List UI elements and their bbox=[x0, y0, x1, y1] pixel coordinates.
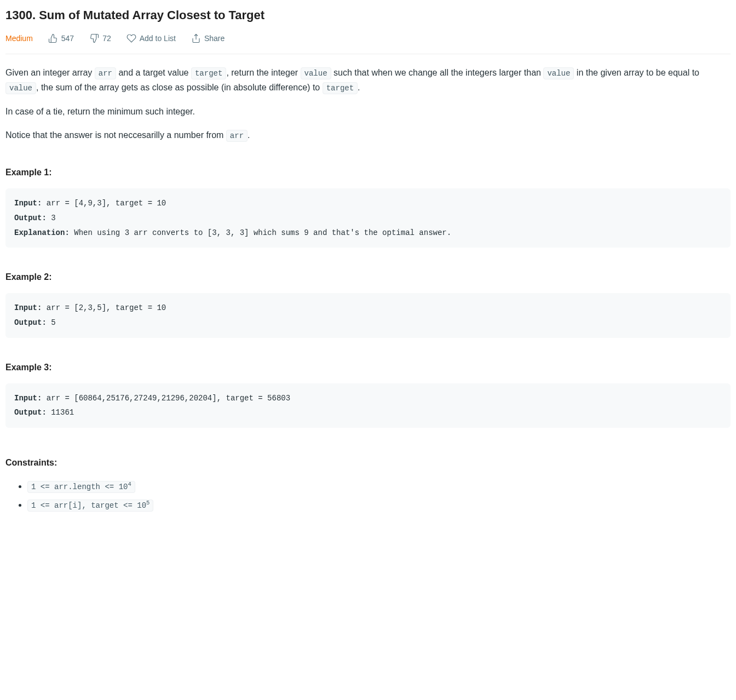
example-2: Example 2: Input: arr = [2,3,5], target … bbox=[5, 269, 731, 337]
example-block: Input: arr = [4,9,3], target = 10 Output… bbox=[5, 188, 731, 248]
difficulty-badge: Medium bbox=[5, 32, 33, 44]
example-heading: Example 2: bbox=[5, 269, 731, 284]
code-target: target bbox=[191, 67, 226, 79]
heart-icon bbox=[127, 33, 136, 43]
description-paragraph-2: In case of a tie, return the minimum suc… bbox=[5, 104, 731, 119]
description-paragraph-1: Given an integer array arr and a target … bbox=[5, 65, 731, 96]
input-value: arr = [60864,25176,27249,21296,20204], t… bbox=[42, 394, 290, 403]
output-value: 3 bbox=[47, 214, 56, 222]
constraints-heading: Constraints: bbox=[5, 455, 731, 470]
thumbs-down-icon bbox=[89, 33, 99, 43]
meta-row: Medium 547 72 Add to List Share bbox=[5, 32, 731, 54]
output-label: Output: bbox=[14, 214, 47, 222]
constraints-list: 1 <= arr.length <= 104 1 <= arr[i], targ… bbox=[5, 479, 731, 513]
input-value: arr = [4,9,3], target = 10 bbox=[42, 199, 166, 208]
explanation-value: When using 3 arr converts to [3, 3, 3] w… bbox=[70, 228, 451, 237]
share-label: Share bbox=[204, 32, 225, 44]
explanation-label: Explanation: bbox=[14, 228, 70, 237]
problem-container: 1300. Sum of Mutated Array Closest to Ta… bbox=[5, 5, 731, 513]
example-block: Input: arr = [2,3,5], target = 10 Output… bbox=[5, 293, 731, 337]
example-heading: Example 3: bbox=[5, 360, 731, 375]
input-label: Input: bbox=[14, 303, 42, 312]
dislike-button[interactable]: 72 bbox=[89, 32, 111, 44]
add-to-list-label: Add to List bbox=[140, 32, 176, 44]
share-button[interactable]: Share bbox=[191, 32, 225, 44]
input-value: arr = [2,3,5], target = 10 bbox=[42, 303, 166, 312]
input-label: Input: bbox=[14, 394, 42, 403]
example-heading: Example 1: bbox=[5, 165, 731, 180]
like-button[interactable]: 547 bbox=[48, 32, 74, 44]
output-value: 11361 bbox=[47, 408, 74, 417]
code-arr: arr bbox=[95, 67, 116, 79]
input-label: Input: bbox=[14, 199, 42, 208]
code-arr: arr bbox=[226, 130, 248, 142]
problem-title: 1300. Sum of Mutated Array Closest to Ta… bbox=[5, 5, 731, 25]
add-to-list-button[interactable]: Add to List bbox=[127, 32, 176, 44]
code-value: value bbox=[543, 67, 574, 79]
constraint-item: 1 <= arr[i], target <= 105 bbox=[27, 497, 731, 513]
thumbs-up-icon bbox=[48, 33, 58, 43]
dislike-count: 72 bbox=[102, 32, 111, 44]
constraint-item: 1 <= arr.length <= 104 bbox=[27, 479, 731, 494]
problem-description: Given an integer array arr and a target … bbox=[5, 65, 731, 513]
example-1: Example 1: Input: arr = [4,9,3], target … bbox=[5, 165, 731, 248]
like-count: 547 bbox=[61, 32, 74, 44]
share-icon bbox=[191, 33, 201, 43]
code-value: value bbox=[301, 67, 331, 79]
description-paragraph-3: Notice that the answer is not neccesaril… bbox=[5, 128, 731, 143]
example-3: Example 3: Input: arr = [60864,25176,272… bbox=[5, 360, 731, 428]
output-label: Output: bbox=[14, 408, 47, 417]
output-value: 5 bbox=[47, 318, 56, 327]
output-label: Output: bbox=[14, 318, 47, 327]
code-target: target bbox=[323, 82, 358, 94]
example-block: Input: arr = [60864,25176,27249,21296,20… bbox=[5, 383, 731, 428]
code-value: value bbox=[5, 82, 36, 94]
